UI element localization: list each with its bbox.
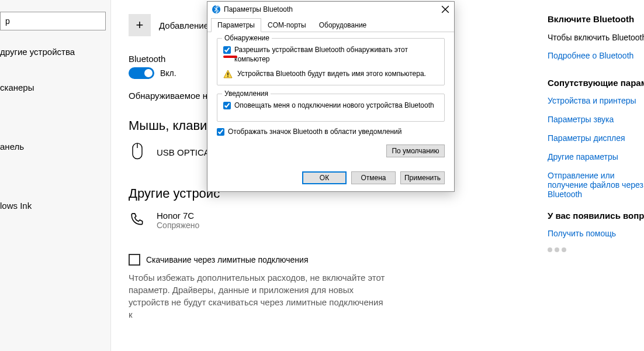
metered-label: Скачивание через лимитные подключения (146, 255, 308, 264)
tab-com-ports[interactable]: COM-порты (261, 18, 313, 32)
bluetooth-settings-dialog: Параметры Bluetooth Параметры COM-порты … (207, 1, 455, 192)
dialog-titlebar[interactable]: Параметры Bluetooth (207, 2, 454, 17)
metered-description: Чтобы избежать дополнительных расходов, … (129, 271, 386, 321)
phone-icon (129, 209, 146, 230)
close-icon[interactable] (441, 5, 449, 13)
svg-rect-8 (227, 76, 228, 77)
dialog-title: Параметры Bluetooth (224, 5, 441, 13)
link-get-help[interactable]: Получить помощь (548, 229, 644, 238)
mouse-icon (129, 142, 146, 163)
allow-discovery-checkbox[interactable] (223, 46, 231, 54)
settings-nav: другие устройства сканеры анель lows Ink (0, 0, 111, 351)
add-device-button[interactable]: + (129, 14, 151, 36)
link-more-bluetooth[interactable]: Подробнее о Bluetooth (548, 51, 644, 60)
group-title-discovery: Обнаружение (222, 34, 272, 42)
nav-item-ink[interactable]: lows Ink (0, 194, 110, 218)
side-heading-enable: Включите Bluetooth (548, 14, 644, 24)
link-other[interactable]: Другие параметры (548, 152, 644, 161)
tab-settings[interactable]: Параметры (211, 18, 261, 32)
side-heading-help: У вас появились вопросы? (548, 211, 644, 221)
side-panel: Включите Bluetooth Чтобы включить Blueto… (548, 0, 644, 351)
link-sound[interactable]: Параметры звука (548, 115, 644, 124)
dialog-tabs: Параметры COM-порты Оборудование (207, 17, 454, 32)
link-display[interactable]: Параметры дисплея (548, 133, 644, 143)
apply-button[interactable]: Применить (400, 171, 445, 184)
device-row-phone[interactable]: Honor 7C Сопряжено (129, 209, 530, 230)
cancel-button[interactable]: Отмена (351, 171, 396, 184)
indicator-dots (548, 247, 644, 252)
discovery-group: Обнаружение Разрешить устройствам Blueto… (217, 38, 445, 85)
add-label: Добавление (159, 20, 209, 30)
device-name: Honor 7C (157, 211, 199, 221)
nav-item-panel[interactable]: анель (0, 135, 110, 159)
search-box[interactable] (0, 12, 106, 30)
notify-connect-checkbox[interactable] (223, 102, 231, 109)
toggle-state: Вкл. (160, 68, 176, 78)
bluetooth-icon (212, 5, 220, 13)
nav-item-devices[interactable]: другие устройства (0, 40, 110, 64)
group-title-notif: Уведомления (222, 90, 271, 98)
bluetooth-toggle[interactable] (129, 67, 154, 79)
ok-button[interactable]: ОК (302, 171, 347, 184)
device-name: USB OPTICAL (157, 147, 214, 157)
svg-rect-7 (227, 73, 228, 75)
metered-checkbox[interactable] (129, 254, 140, 266)
nav-item-scanners[interactable]: сканеры (0, 75, 110, 99)
tray-icon-checkbox[interactable] (217, 128, 224, 136)
notifications-group: Уведомления Оповещать меня о подключении… (217, 94, 445, 122)
search-input[interactable] (5, 16, 108, 26)
tab-hardware[interactable]: Оборудование (313, 18, 373, 32)
defaults-button[interactable]: По умолчанию (386, 144, 445, 157)
device-status: Сопряжено (157, 221, 199, 230)
link-devices-printers[interactable]: Устройства и принтеры (548, 96, 644, 105)
notify-connect-label: Оповещать меня о подключении нового устр… (234, 101, 434, 111)
side-heading-related: Сопутствующие параметры (548, 78, 644, 88)
tray-icon-label: Отображать значок Bluetooth в области ув… (228, 128, 401, 137)
allow-discovery-label: Разрешить устройствам Bluetooth обнаружи… (234, 46, 438, 64)
side-text: Чтобы включить Bluetooth, не открывая ра… (548, 32, 644, 44)
warning-text: Устройства Bluetooth будут видеть имя эт… (237, 70, 426, 79)
link-send-files[interactable]: Отправление или получение файлов через B… (548, 171, 644, 199)
warning-icon (223, 70, 233, 79)
red-highlight (223, 56, 237, 58)
